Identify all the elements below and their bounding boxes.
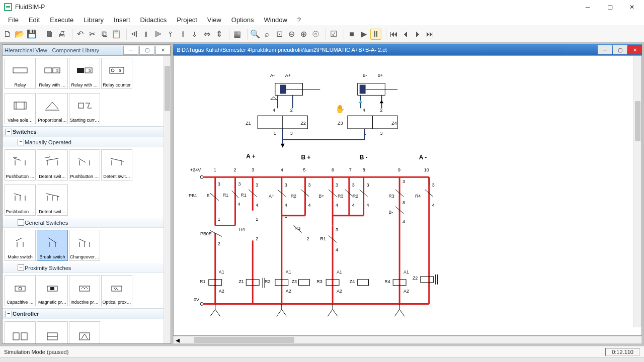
library-scrollbar[interactable] [164, 56, 171, 343]
align-right-button[interactable]: ⫸ [153, 29, 164, 40]
window-titlebar: FluidSIM-P ─ ▢ ✕ [0, 0, 644, 14]
grid-button[interactable]: ▦ [231, 29, 243, 40]
library-title-text: Hierarchical View - Component Library [5, 47, 99, 53]
open-button[interactable]: 📂 [14, 29, 25, 40]
subgroup-manual[interactable]: Manually Operated [3, 137, 171, 147]
component-pushbutton-3[interactable]: Pushbutton … [5, 185, 36, 216]
menu-insert[interactable]: Insert [109, 15, 135, 25]
lib-max-button[interactable]: ▢ [139, 46, 154, 55]
component-inductive[interactable]: Inductive pr… [69, 275, 100, 306]
component-starting-current[interactable]: Starting curr… [69, 93, 100, 124]
print-preview-button[interactable]: 🗎 [44, 29, 55, 40]
minimize-button[interactable]: ─ [577, 0, 599, 14]
component-proportional[interactable]: Proportional… [37, 93, 68, 124]
menu-execute[interactable]: Execute [45, 15, 78, 25]
component-detent-3[interactable]: Detent swit… [37, 185, 68, 216]
doc-max-button[interactable]: ▢ [613, 45, 627, 54]
align-center-button[interactable]: ⫿ [141, 29, 152, 40]
lib-close-button[interactable]: ✕ [155, 46, 171, 55]
component-magnetic[interactable]: Magnetic pr… [37, 275, 68, 306]
zoom-in-button[interactable]: ⊕ [298, 29, 309, 40]
menu-library[interactable]: Library [78, 15, 109, 25]
component-break-switch[interactable]: Break switch [37, 230, 68, 261]
task-chrome2-icon[interactable]: 🟡 [347, 360, 361, 363]
component-valve-solenoid[interactable]: Valve sole… [5, 93, 36, 124]
doc-min-button[interactable]: ─ [598, 45, 612, 54]
component-make-switch[interactable]: Make switch [5, 230, 36, 261]
svg-line-30 [111, 158, 124, 161]
task-snip-icon[interactable]: ✂️ [238, 360, 252, 363]
paste-button[interactable]: 📋 [111, 29, 122, 40]
cut-button[interactable]: ✂ [87, 29, 98, 40]
sim-step-back-button[interactable]: ⏴ [400, 29, 412, 40]
task-explorer-icon[interactable]: 📁 [256, 360, 270, 363]
canvas-vscroll[interactable] [633, 56, 641, 327]
copy-button[interactable]: ⧉ [99, 29, 110, 40]
task-store-icon[interactable]: 🛍️ [220, 360, 234, 363]
component-relay-with-2[interactable]: 5Relay with … [69, 58, 100, 89]
task-chrome-icon[interactable]: 🔴 [292, 360, 306, 363]
new-button[interactable]: 🗋 [2, 29, 13, 40]
canvas-hscroll[interactable]: ◂ [173, 336, 642, 344]
doc-close-button[interactable]: ✕ [628, 45, 642, 54]
component-detent-2[interactable]: Detent swit… [101, 149, 132, 180]
task-fluidsim-icon[interactable]: 🟦 [329, 360, 343, 363]
undo-button[interactable]: ↶ [74, 29, 86, 40]
lib-min-button[interactable]: ─ [123, 46, 138, 55]
component-pushbutton[interactable]: Pushbutton … [5, 149, 36, 180]
align-top-button[interactable]: ⫯ [165, 29, 176, 40]
play-button[interactable]: ▶ [358, 29, 369, 40]
component-changeover[interactable]: Changeover… [69, 230, 100, 261]
task-whatsapp-icon[interactable]: 💬 [274, 360, 288, 363]
sim-end-button[interactable]: ⏭ [425, 29, 436, 40]
subgroup-general[interactable]: General Switches [3, 218, 171, 228]
menu-project[interactable]: Project [172, 15, 202, 25]
check-button[interactable]: ☑ [328, 29, 339, 40]
zoom-fit-button[interactable]: ⊡ [274, 29, 285, 40]
align-bottom-button[interactable]: ⫰ [189, 29, 200, 40]
zoom-window-button[interactable]: ⌕ [262, 29, 273, 40]
print-button[interactable]: 🖨 [56, 29, 67, 40]
distribute-h-button[interactable]: ⇔ [201, 29, 212, 40]
component-relay-with-1[interactable]: 5Relay with … [37, 58, 68, 89]
group-switches[interactable]: Switches [3, 126, 171, 137]
component-relay[interactable]: Relay [5, 58, 36, 89]
zoom-100-button[interactable]: ⦾ [310, 29, 321, 40]
maximize-button[interactable]: ▢ [599, 0, 621, 14]
menu-view[interactable]: View [202, 15, 226, 25]
component-controller-3[interactable] [69, 321, 100, 343]
align-middle-button[interactable]: ⫲ [177, 29, 188, 40]
component-controller-1[interactable] [5, 321, 36, 343]
svg-line-41 [16, 238, 22, 241]
menu-help[interactable]: ? [292, 15, 306, 25]
task-player-icon[interactable]: ▶️ [365, 360, 379, 363]
pause-button[interactable]: ⏸ [370, 29, 381, 40]
component-pushbutton-2[interactable]: Pushbutton … [69, 149, 100, 180]
align-left-button[interactable]: ⫷ [129, 29, 140, 40]
menu-window[interactable]: Window [259, 15, 292, 25]
close-button[interactable]: ✕ [621, 0, 643, 14]
save-button[interactable]: 💾 [26, 29, 37, 40]
circuit-canvas[interactable]: .bk{stroke:#000;stroke-width:1;fill:none… [173, 55, 642, 336]
task-edge-icon[interactable]: 🌐 [202, 360, 216, 363]
task-firefox-icon[interactable]: 🦊 [310, 360, 325, 363]
menu-didactics[interactable]: Didactics [135, 15, 172, 25]
sim-step-fwd-button[interactable]: ⏵ [413, 29, 424, 40]
document-path: D:\Tugas Kuliah\Semester 4\praktikum pne… [182, 47, 387, 53]
menu-options[interactable]: Options [226, 15, 259, 25]
zoom-icon[interactable]: 🔍 [250, 29, 261, 40]
component-relay-counter[interactable]: 5Relay counter [101, 58, 132, 89]
svg-text:R1: R1 [200, 279, 205, 284]
subgroup-proximity[interactable]: Proximity Switches [3, 263, 171, 273]
stop-button[interactable]: ■ [346, 29, 357, 40]
component-capacitive[interactable]: Capacitive … [5, 275, 36, 306]
distribute-v-button[interactable]: ⇕ [213, 29, 224, 40]
menu-edit[interactable]: Edit [24, 15, 45, 25]
component-optical[interactable]: Optical prox… [101, 275, 132, 306]
component-controller-2[interactable] [37, 321, 68, 343]
sim-start-button[interactable]: ⏮ [388, 29, 399, 40]
group-controller[interactable]: Controller [3, 308, 171, 319]
zoom-out-button[interactable]: ⊖ [286, 29, 297, 40]
menu-file[interactable]: File [3, 15, 24, 25]
component-detent[interactable]: Detent swit… [37, 149, 68, 180]
